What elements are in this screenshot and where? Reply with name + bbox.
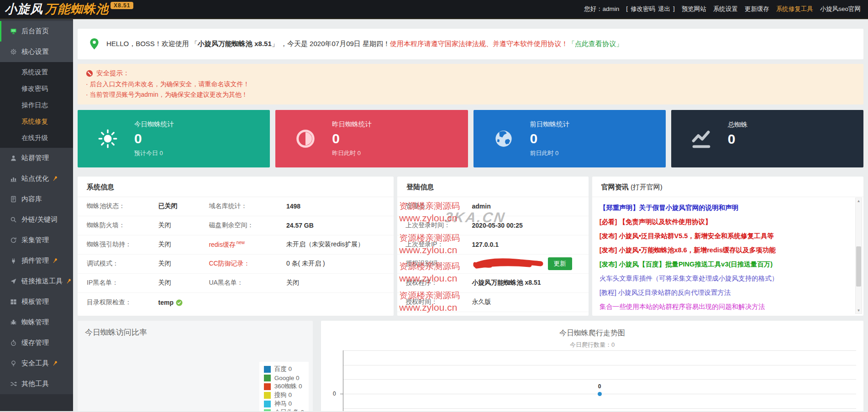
row-label: 域名库统计： [209,202,286,210]
sidebar-item-home[interactable]: 后台首页 [0,21,73,42]
table-row: 蜘蛛强引劫持： 关闭 redis缓存new 未开启（未安装redis扩展） [78,235,394,255]
legend-item[interactable]: 今日头条 0 [264,408,304,412]
pie-legend: 百度 0 Google 0 360蜘蛛 0 搜狗 0 神马 0 今日头条 0 其… [259,362,309,412]
sidebar-item-label: 其他工具 [21,380,49,388]
logo-part2: 万能蜘蛛池 [45,1,109,17]
legend-item[interactable]: 神马 0 [264,400,304,408]
news-scrollbar[interactable]: ▲ ▼ [855,198,862,314]
pushpin-icon [66,278,72,284]
submenu-item-system-settings[interactable]: 系统设置 [0,64,73,80]
sidebar-item-link-push[interactable]: 链接推送工具 [0,271,73,292]
news-item[interactable]: 火车头文章库插件（可将采集文章处理成小旋风支持的格式） [600,271,852,286]
sidebar-item-content-library[interactable]: 内容库 [0,189,73,209]
sidebar-item-site-group[interactable]: 站群管理 [0,148,73,168]
legend-item[interactable]: 360蜘蛛 0 [264,382,304,391]
pushpin-icon [52,258,58,264]
update-license-button[interactable]: 更新 [548,257,572,270]
submenu-item-change-password[interactable]: 修改密码 [0,80,73,97]
gear-icon [10,48,17,55]
news-item[interactable]: 集合一些使用本站的站群程序容易出现的问题和解决方法 [600,300,852,314]
app-logo: 小旋风 万能蜘蛛池 X8.51 [5,1,133,17]
login-info-title: 登陆信息 [397,177,589,197]
sidebar-item-label: 站群管理 [21,154,49,162]
legend-item[interactable]: 搜狗 0 [264,391,304,400]
stat-card-body: 前日蜘蛛统计 0 前日此时 0 [530,120,570,157]
new-badge: new [237,240,245,245]
contrast-icon [291,128,320,149]
row-label: 目录权限检查： [87,298,158,307]
submenu-item-online-upgrade[interactable]: 在线升级 [0,130,73,146]
stat-card-yesterday[interactable]: 昨日蜘蛛统计 0 昨日此时 0 [275,110,468,167]
sidebar-item-label: 站点优化 [21,174,49,183]
row-label: UA黑名单： [209,279,286,287]
sidebar-item-backlinks-keywords[interactable]: 外链/关键词 [0,209,73,230]
scroll-down-icon[interactable]: ▼ [856,308,862,313]
sidebar-item-label: 安全工具 [21,359,49,368]
official-site-link[interactable]: 小旋风seo官网 [820,5,861,13]
data-point[interactable] [598,392,602,396]
preview-site-link[interactable]: 预览网站 [682,5,706,13]
last-login-ip: 127.0.0.1 [472,241,580,248]
topbar-menu: 您好：admin [ 修改密码 退出 ] 预览网站 系统设置 更新缓存 系统修复… [584,5,861,13]
dir-name: temp [158,299,174,306]
sidebar-item-security-tools[interactable]: 安全工具 [0,353,73,374]
news-item[interactable]: [教程] 小旋风泛目录站群的反向代理设置方法 [600,286,852,300]
sidebar-item-templates[interactable]: 模板管理 [0,292,73,312]
news-item[interactable]: [发布] 小旋风【百度】批量PING推送工具v3(日推送量百万) [600,257,852,271]
repair-tool-link[interactable]: 系统修复工具 [776,5,813,13]
sidebar-item-core-settings[interactable]: 核心设置 [0,42,73,62]
stat-caption: 昨日此时 0 [332,149,372,157]
legend-item[interactable]: 百度 0 [264,365,304,374]
legend-swatch [264,401,271,407]
stat-card-total[interactable]: 总蜘蛛 0 [671,110,863,167]
stat-value: 0 [728,131,748,147]
refresh-icon [10,237,17,244]
sidebar-item-collection[interactable]: 采集管理 [0,230,73,250]
legend-label: 今日头条 0 [274,408,304,411]
logout-link[interactable]: 退出 [658,5,670,13]
row-label: 调试模式： [87,260,158,268]
table-row: 授权程序： 小旋风万能蜘蛛池 x8.51 [397,274,589,293]
scroll-up-icon[interactable]: ▲ [856,199,862,203]
location-pin-icon [89,38,99,50]
news-item[interactable]: [发布] 小旋风•万能蜘蛛池x8.6，新增redis缓存以及多项功能 [600,243,852,257]
stat-card-body: 昨日蜘蛛统计 0 昨日此时 0 [332,120,372,157]
update-cache-link[interactable]: 更新缓存 [745,5,769,13]
stat-card-two-days-ago[interactable]: 前日蜘蛛统计 0 前日此时 0 [473,110,666,167]
change-password-link[interactable]: 修改密码 [631,5,655,13]
scrollbar-thumb[interactable] [856,246,861,287]
row-label: 授权识别码： [405,260,472,268]
paper-plane-icon [10,278,17,285]
submenu-item-system-repair[interactable]: 系统修复 [0,113,73,130]
legend-label: 搜狗 0 [274,391,292,399]
logo-part1: 小旋风 [5,1,43,17]
submenu-item-operation-log[interactable]: 操作日志 [0,97,73,113]
data-point-label: 0 [598,383,601,390]
table-row: 上次登录时间： 2020-05-30 00:25 [397,216,589,235]
sidebar-item-cache[interactable]: 缓存管理 [0,333,73,353]
check-circle-icon [176,299,183,306]
admin-username: admin [472,203,580,210]
legend-item[interactable]: Google 0 [264,374,304,382]
license-term: 永久版 [472,298,580,306]
sidebar-item-site-optimize[interactable]: 站点优化 [0,168,73,189]
globe-icon [489,128,518,149]
last-login-time: 2020-05-30 00:25 [472,222,580,229]
open-official-site-link[interactable]: (打开官网) [631,183,663,191]
stat-card-today[interactable]: 今日蜘蛛统计 0 预计今日 0 [78,110,270,167]
news-item[interactable]: [发布] 小旋风•泛目录站群V5.5，新增安全和系统修复工具等 [600,229,852,243]
table-row: 授权识别码： 更新 [397,255,589,274]
stat-value: 0 [134,131,174,146]
sidebar-item-spiders[interactable]: 蜘蛛管理 [0,312,73,333]
legend-swatch [264,392,271,399]
news-item[interactable]: [必看] 【免责声明以及软件使用协议】 [600,215,852,229]
agreement-link[interactable]: 「点此查看协议」 [568,40,623,47]
system-settings-link[interactable]: 系统设置 [713,5,738,13]
news-title: 官网资讯 [601,183,629,191]
sidebar-item-label: 链接推送工具 [21,277,63,286]
sidebar-item-other-tools[interactable]: 其他工具 [0,374,73,394]
sidebar-item-plugins[interactable]: 插件管理 [0,250,73,271]
news-item[interactable]: 【郑重声明】关于假冒小旋风官网的说明和声明 [600,201,852,215]
table-row: 调试模式： 关闭 CC防御记录： 0 条( 未开启 ) [78,255,394,274]
stat-value: 0 [530,131,570,146]
